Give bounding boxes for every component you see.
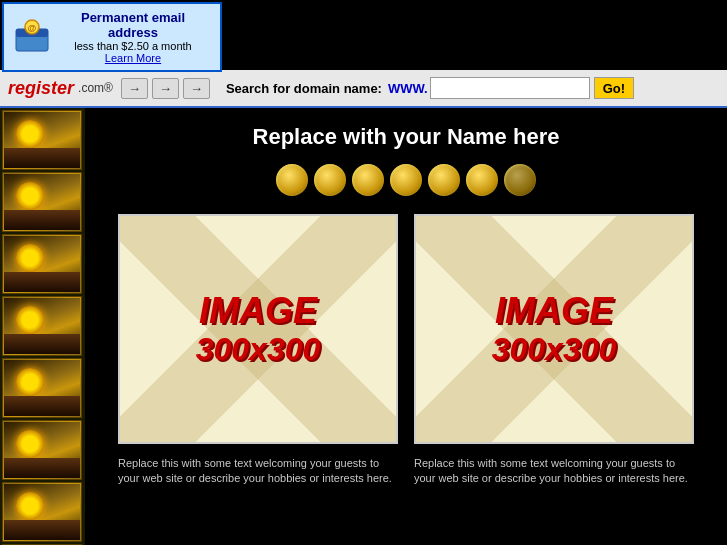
sidebar-item-2[interactable] <box>2 172 82 232</box>
banner-ad: @ Permanent email address less than $2.5… <box>2 2 222 72</box>
register-dotcom: .com® <box>78 81 113 95</box>
sidebar-sun-icon <box>16 120 44 148</box>
images-row: IMAGE 300x300 IMAGE 300x300 <box>105 214 707 444</box>
sidebar-item-3[interactable] <box>2 234 82 294</box>
www-label: WWW. <box>388 81 428 96</box>
sidebar-item-5[interactable] <box>2 358 82 418</box>
sidebar-horizon-2 <box>4 210 80 230</box>
image-placeholder-2: IMAGE 300x300 <box>414 214 694 444</box>
sidebar-image-5 <box>4 360 80 416</box>
caption-2: Replace this with some text welcoming yo… <box>414 456 694 487</box>
image-size-1: 300x300 <box>196 333 321 365</box>
nav-arrow-1[interactable]: → <box>121 78 148 99</box>
sidebar-horizon-5 <box>4 396 80 416</box>
sidebar-image-1 <box>4 112 80 168</box>
page-title: Replace with your Name here <box>105 124 707 150</box>
image-label-2: IMAGE <box>495 293 613 329</box>
image-placeholder-1: IMAGE 300x300 <box>118 214 398 444</box>
banner-icon: @ <box>14 19 50 55</box>
sidebar-sun-icon-6 <box>16 430 44 458</box>
sidebar-sun-icon-3 <box>16 244 44 272</box>
sidebar <box>0 108 85 545</box>
go-button[interactable]: Go! <box>594 77 634 99</box>
coin-4[interactable] <box>390 164 422 196</box>
search-label: Search for domain name: <box>226 81 382 96</box>
sidebar-item-7[interactable] <box>2 482 82 542</box>
sidebar-sun-icon-5 <box>16 368 44 396</box>
sidebar-image-7 <box>4 484 80 540</box>
coin-3[interactable] <box>352 164 384 196</box>
coin-6[interactable] <box>466 164 498 196</box>
sidebar-horizon-3 <box>4 272 80 292</box>
coin-5[interactable] <box>428 164 460 196</box>
sidebar-item-6[interactable] <box>2 420 82 480</box>
coin-2[interactable] <box>314 164 346 196</box>
sidebar-sun-icon-2 <box>16 182 44 210</box>
sidebar-horizon <box>4 148 80 168</box>
sidebar-item-4[interactable] <box>2 296 82 356</box>
sidebar-sun-icon-7 <box>16 492 44 520</box>
sidebar-horizon-7 <box>4 520 80 540</box>
svg-text:@: @ <box>28 23 37 33</box>
nav-arrow-3[interactable]: → <box>183 78 210 99</box>
sidebar-image-6 <box>4 422 80 478</box>
nav-arrows: → → → <box>121 78 210 99</box>
sidebar-image-2 <box>4 174 80 230</box>
content-area: Replace with your Name here IMAGE 300x30… <box>85 108 727 545</box>
banner-title: Permanent email address <box>56 10 210 40</box>
coin-7[interactable] <box>504 164 536 196</box>
main-wrapper: Replace with your Name here IMAGE 300x30… <box>0 108 727 545</box>
register-bar: register .com® → → → Search for domain n… <box>0 70 727 108</box>
register-logo[interactable]: register <box>8 78 74 99</box>
image-size-2: 300x300 <box>492 333 617 365</box>
nav-arrow-2[interactable]: → <box>152 78 179 99</box>
banner-subtitle: less than $2.50 a month <box>56 40 210 52</box>
image-label-1: IMAGE <box>199 293 317 329</box>
sidebar-item-1[interactable] <box>2 110 82 170</box>
coin-1[interactable] <box>276 164 308 196</box>
banner-learn-more-link[interactable]: Learn More <box>56 52 210 64</box>
coin-nav <box>105 164 707 196</box>
sidebar-horizon-6 <box>4 458 80 478</box>
sidebar-image-3 <box>4 236 80 292</box>
caption-1: Replace this with some text welcoming yo… <box>118 456 398 487</box>
sidebar-sun-icon-4 <box>16 306 44 334</box>
caption-row: Replace this with some text welcoming yo… <box>105 456 707 487</box>
domain-search-input[interactable] <box>430 77 590 99</box>
sidebar-horizon-4 <box>4 334 80 354</box>
sidebar-image-4 <box>4 298 80 354</box>
